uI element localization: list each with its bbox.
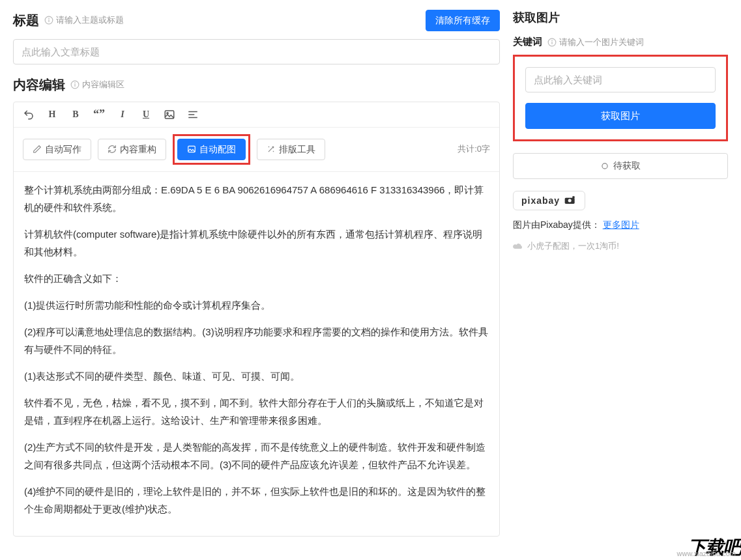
clear-cache-button[interactable]: 清除所有缓存	[426, 10, 500, 31]
more-images-link[interactable]: 更多图片	[603, 219, 639, 230]
auto-image-highlight: 自动配图	[173, 134, 250, 165]
keyword-label: 关键词	[513, 36, 542, 48]
provider-line: 图片由Pixabay提供： 更多图片	[513, 219, 728, 231]
word-count: 共计:0字	[458, 143, 490, 155]
info-icon	[70, 80, 80, 89]
svg-point-5	[75, 83, 76, 83]
restructure-button[interactable]: 内容重构	[98, 139, 166, 160]
title-label: 标题	[13, 12, 39, 29]
svg-point-2	[49, 18, 50, 19]
get-image-title: 获取图片	[513, 10, 728, 25]
svg-point-17	[568, 199, 572, 203]
undo-icon[interactable]	[23, 109, 35, 120]
svg-point-15	[602, 163, 607, 169]
info-icon	[547, 38, 557, 47]
get-image-button[interactable]: 获取图片	[525, 103, 716, 129]
editor-panel: H B “” I U 自动写作 内容重构	[13, 102, 500, 537]
svg-point-14	[552, 40, 553, 40]
keyword-panel-highlight: 获取图片	[513, 55, 728, 141]
paragraph: 软件的正确含义如下：	[24, 270, 489, 287]
info-icon	[44, 16, 53, 25]
paragraph: 计算机软件(computer software)是指计算机系统中除硬件以外的所有…	[24, 225, 489, 260]
paragraph: (4)维护不同的硬件是旧的，理论上软件是旧的，并不坏，但实际上软件也是旧的和坏的…	[24, 483, 489, 518]
paragraph: (2)程序可以满意地处理信息的数据结构。(3)说明程序功能要求和程序需要的文档的…	[24, 323, 489, 358]
align-left-icon[interactable]	[187, 109, 199, 120]
pixabay-badge: pixabay	[513, 191, 585, 210]
paragraph: (2)生产方式不同的软件是开发，是人类智能的高发挥，而不是传统意义上的硬件制造。…	[24, 438, 489, 473]
layout-tool-button[interactable]: 排版工具	[257, 139, 325, 160]
paragraph: (1)表达形式不同的硬件类型、颜色、味道、可见、可摸、可闻。	[24, 367, 489, 385]
wand-icon	[267, 145, 276, 154]
cloud-icon	[513, 242, 523, 250]
picture-icon	[187, 145, 196, 154]
bold-icon[interactable]: B	[70, 109, 81, 120]
action-toolbar: 自动写作 内容重构 自动配图 排版工具 共计:0字	[14, 128, 499, 172]
pencil-icon	[33, 145, 42, 154]
foot-note: 小虎子配图，一次1淘币!	[513, 240, 728, 252]
auto-write-button[interactable]: 自动写作	[23, 139, 91, 160]
article-title-input[interactable]	[13, 39, 500, 64]
keyword-input[interactable]	[525, 67, 716, 92]
paragraph: 整个计算机系统由两部分组成：E.69DA 5 E 6 BA 9062616964…	[24, 181, 489, 216]
editor-label: 内容编辑	[13, 76, 65, 94]
paragraph: (1)提供运行时所需功能和性能的命令或计算机程序集合。	[24, 296, 489, 314]
watermark-url: www.xiazaiba.com	[677, 550, 736, 557]
title-header: 标题 请输入主题或标题 清除所有缓存	[13, 10, 500, 31]
format-toolbar: H B “” I U	[14, 102, 499, 128]
paragraph: 软件看不见，无色，枯燥，看不见，摸不到，闻不到。软件大部分存在于人们的头脑或纸上…	[24, 394, 489, 429]
svg-rect-18	[572, 196, 574, 198]
editor-hint: 内容编辑区	[70, 79, 124, 91]
circle-icon	[600, 161, 609, 171]
heading-icon[interactable]: H	[46, 109, 58, 120]
underline-icon[interactable]: U	[140, 109, 152, 120]
title-hint: 请输入主题或标题	[44, 14, 124, 26]
keyword-header: 关键词 请输入一个图片关键词	[513, 36, 728, 48]
quote-icon[interactable]: “”	[93, 109, 105, 120]
pending-status-button[interactable]: 待获取	[513, 153, 728, 179]
auto-image-button[interactable]: 自动配图	[177, 139, 246, 160]
keyword-hint: 请输入一个图片关键词	[547, 36, 644, 48]
editor-content[interactable]: 整个计算机系统由两部分组成：E.69DA 5 E 6 BA 9062616964…	[14, 172, 499, 536]
camera-icon	[564, 196, 577, 205]
editor-header: 内容编辑 内容编辑区	[13, 76, 500, 94]
svg-point-7	[167, 112, 168, 113]
italic-icon[interactable]: I	[117, 109, 128, 120]
image-icon[interactable]	[164, 109, 175, 120]
refresh-icon	[108, 145, 117, 154]
